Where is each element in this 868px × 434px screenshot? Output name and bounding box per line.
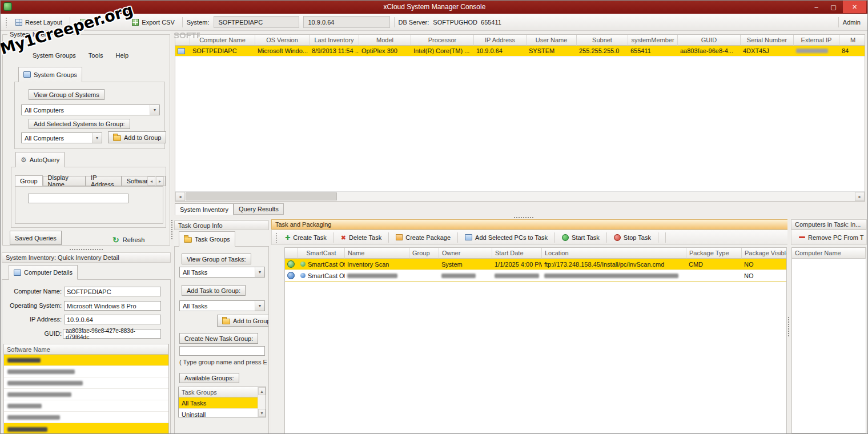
- software-list-item[interactable]: [4, 355, 168, 366]
- create-new-task-group-button[interactable]: Create New Task Group:: [179, 333, 258, 344]
- vertical-splitter-grip[interactable]: [171, 219, 173, 240]
- column-header[interactable]: Model: [359, 35, 411, 46]
- view-tasks-select[interactable]: All Tasks ▾: [179, 267, 265, 278]
- minimize-button[interactable]: –: [809, 1, 824, 13]
- group-select[interactable]: All Computers ▾: [21, 105, 160, 115]
- add-selected-pcs-button[interactable]: Add Selected PCs to Task: [461, 233, 551, 242]
- tab-autoquery[interactable]: ⚙ AutoQuery: [15, 152, 65, 167]
- quick-detail-header: System Inventory: Quick Inventory Detail: [2, 252, 171, 263]
- create-package-button[interactable]: Create Package: [392, 233, 454, 242]
- add-task-select[interactable]: All Tasks ▾: [179, 300, 265, 311]
- computer-name-field[interactable]: SOFTPEDIAPC: [64, 287, 161, 296]
- create-task-button[interactable]: ✚ Create Task: [282, 233, 330, 242]
- column-header[interactable]: Location: [542, 248, 686, 259]
- tab-query-ip-address[interactable]: IP Address: [86, 176, 122, 186]
- software-list-item[interactable]: [4, 423, 168, 434]
- column-header[interactable]: Last Inventory: [310, 35, 359, 46]
- software-list-item[interactable]: [4, 400, 168, 412]
- delete-task-icon: ✖: [341, 234, 346, 241]
- vertical-splitter-grip[interactable]: [787, 316, 790, 337]
- guid-field[interactable]: aa803fae-96e8-427e-883d-d79f64dc: [63, 329, 161, 339]
- remove-pc-button[interactable]: Remove PC From T: [798, 233, 865, 242]
- column-header[interactable]: User Name: [527, 35, 577, 46]
- software-list-item[interactable]: [4, 412, 168, 423]
- column-header[interactable]: OS Version: [255, 35, 310, 46]
- column-header[interactable]: External IP: [794, 35, 839, 46]
- software-list-header[interactable]: Software Name: [4, 344, 168, 355]
- start-task-button[interactable]: Start Task: [558, 233, 603, 242]
- horizontal-splitter-grip[interactable]: [69, 248, 103, 251]
- column-header[interactable]: Computer Name: [792, 248, 866, 259]
- scroll-up-arrow[interactable]: ▴: [258, 387, 266, 395]
- ip-address-field[interactable]: 10.9.0.64: [64, 315, 161, 324]
- menu-system-groups[interactable]: System Groups: [33, 52, 76, 59]
- column-header[interactable]: Serial Number: [741, 35, 794, 46]
- software-list-item[interactable]: [4, 366, 168, 377]
- add-to-group-button[interactable]: Add to Group: [108, 131, 166, 143]
- tab-task-groups[interactable]: Task Groups: [179, 231, 235, 247]
- column-header[interactable]: Computer Name: [190, 35, 255, 46]
- tabstrip-left-arrow[interactable]: ◂: [147, 176, 155, 186]
- stop-task-button[interactable]: Stop Task: [610, 233, 654, 242]
- list-scrollbar[interactable]: ▴ ▾: [258, 387, 266, 417]
- saved-queries-button[interactable]: Saved Queries: [10, 231, 62, 245]
- target-group-select[interactable]: All Computers ▾: [21, 132, 102, 143]
- column-header[interactable]: Subnet: [577, 35, 628, 46]
- add-to-group-button[interactable]: Add to Group: [217, 315, 269, 327]
- scroll-down-arrow[interactable]: ▾: [258, 409, 266, 417]
- column-header[interactable]: Name: [345, 248, 409, 259]
- software-list-item[interactable]: [4, 377, 168, 389]
- tab-query-group[interactable]: Group: [15, 175, 43, 186]
- tab-query-results[interactable]: Query Results: [234, 203, 284, 215]
- close-button[interactable]: ✕: [843, 1, 866, 13]
- menu-help[interactable]: Help: [116, 52, 129, 59]
- column-header[interactable]: Package Type: [686, 248, 742, 259]
- column-header[interactable]: Owner: [439, 248, 492, 259]
- column-header[interactable]: SmartCast: [298, 248, 345, 259]
- query-input[interactable]: [28, 194, 128, 203]
- tab-system-groups[interactable]: System Groups: [18, 67, 82, 82]
- column-header[interactable]: Processor: [411, 35, 474, 46]
- tab-query-display-name[interactable]: Display Name: [43, 176, 86, 186]
- available-groups-button[interactable]: Available Groups:: [179, 373, 239, 383]
- tab-system-inventory[interactable]: System Inventory: [175, 203, 234, 215]
- column-header[interactable]: Package Visible: [742, 248, 787, 259]
- software-list-item[interactable]: [4, 389, 168, 400]
- task-groups-list-header[interactable]: Task Groups: [179, 387, 258, 397]
- view-group-of-systems-button[interactable]: View Group of Systems: [29, 89, 105, 100]
- view-group-of-tasks-button[interactable]: View Group of Tasks:: [182, 254, 251, 264]
- add-selected-systems-button[interactable]: Add Selected Systems to Group:: [29, 119, 130, 129]
- column-header[interactable]: M: [839, 35, 865, 46]
- list-item-uninstall[interactable]: Uninstall: [179, 409, 258, 417]
- column-header[interactable]: Start Date: [492, 248, 542, 259]
- column-header[interactable]: IP Address: [474, 35, 527, 46]
- group-name-input[interactable]: [179, 346, 265, 356]
- column-header[interactable]: systemMember: [628, 35, 678, 46]
- inventory-row[interactable]: SOFTPEDIAPC Microsoft Windo... 8/9/2013 …: [175, 46, 865, 57]
- tab-computer-details[interactable]: Computer Details: [9, 265, 78, 280]
- scroll-left-arrow[interactable]: ◂: [175, 192, 185, 201]
- obscured-toolbar-button[interactable]: Pa: [77, 18, 101, 27]
- tabstrip-right-arrow[interactable]: ▸: [156, 176, 164, 186]
- admin-menu[interactable]: Admin: [843, 19, 861, 26]
- task-row[interactable]: SmartCast Off Inventory Scan System 1/1/…: [285, 259, 786, 270]
- refresh-button[interactable]: ↻ Refresh: [112, 236, 144, 243]
- list-item-all-tasks[interactable]: All Tasks: [179, 397, 258, 409]
- task-row[interactable]: SmartCast Off NO: [285, 270, 786, 282]
- icon-column-header[interactable]: [285, 248, 298, 259]
- delete-task-button[interactable]: ✖ Delete Task: [337, 233, 385, 242]
- toolbar-grip[interactable]: [275, 232, 278, 243]
- operating-system-field[interactable]: Microsoft Windows 8 Pro: [64, 301, 161, 311]
- icon-column-header[interactable]: [175, 35, 190, 46]
- horizontal-scrollbar[interactable]: ◂ ▸: [175, 191, 865, 201]
- reset-layout-button[interactable]: Reset Layout: [12, 18, 66, 27]
- scroll-right-arrow[interactable]: ▸: [855, 192, 865, 201]
- menu-tools[interactable]: Tools: [89, 52, 103, 59]
- column-header[interactable]: GUID: [678, 35, 741, 46]
- scroll-thumb[interactable]: [186, 192, 337, 200]
- export-csv-button[interactable]: Export CSV: [128, 18, 178, 27]
- add-task-to-group-button[interactable]: Add Task to Group:: [182, 285, 246, 296]
- toolbar-grip[interactable]: [5, 17, 8, 27]
- column-header[interactable]: Group: [409, 248, 439, 259]
- maximize-button[interactable]: ▢: [826, 1, 841, 13]
